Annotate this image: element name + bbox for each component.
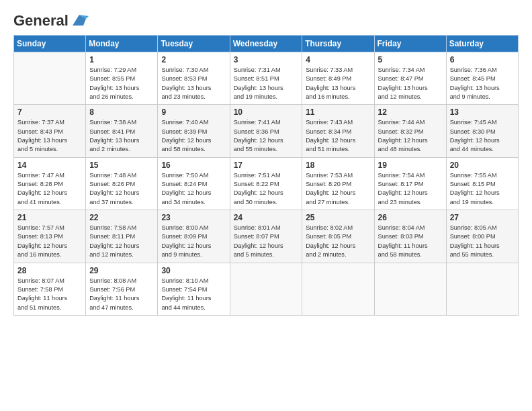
day-info: Sunrise: 7:33 AM Sunset: 8:49 PM Dayligh…: [306, 66, 370, 101]
calendar-cell: 16Sunrise: 7:50 AM Sunset: 8:24 PM Dayli…: [158, 157, 230, 210]
day-number: 18: [306, 161, 370, 170]
day-info: Sunrise: 7:47 AM Sunset: 8:28 PM Dayligh…: [17, 171, 82, 207]
calendar-cell: 30Sunrise: 8:10 AM Sunset: 7:54 PM Dayli…: [158, 263, 230, 315]
day-info: Sunrise: 7:51 AM Sunset: 8:22 PM Dayligh…: [234, 171, 299, 207]
calendar-cell: 12Sunrise: 7:44 AM Sunset: 8:32 PM Dayli…: [374, 105, 446, 157]
logo: General: [13, 12, 89, 27]
day-number: 25: [306, 213, 370, 222]
day-info: Sunrise: 8:02 AM Sunset: 8:05 PM Dayligh…: [306, 224, 370, 259]
logo-icon: [70, 13, 89, 28]
calendar-cell: 2Sunrise: 7:30 AM Sunset: 8:53 PM Daylig…: [158, 52, 230, 105]
day-number: 17: [234, 161, 299, 170]
day-info: Sunrise: 8:00 AM Sunset: 8:09 PM Dayligh…: [161, 224, 226, 259]
day-info: Sunrise: 7:43 AM Sunset: 8:34 PM Dayligh…: [306, 118, 370, 154]
calendar-cell: 8Sunrise: 7:38 AM Sunset: 8:41 PM Daylig…: [86, 105, 158, 157]
day-number: 1: [89, 55, 154, 64]
calendar-header-row: SundayMondayTuesdayWednesdayThursdayFrid…: [14, 36, 519, 52]
day-info: Sunrise: 8:05 AM Sunset: 8:00 PM Dayligh…: [450, 224, 515, 259]
calendar-cell: 25Sunrise: 8:02 AM Sunset: 8:05 PM Dayli…: [302, 210, 374, 263]
day-info: Sunrise: 7:36 AM Sunset: 8:45 PM Dayligh…: [450, 66, 515, 101]
day-info: Sunrise: 7:53 AM Sunset: 8:20 PM Dayligh…: [306, 171, 370, 207]
day-header-tuesday: Tuesday: [158, 36, 230, 52]
calendar-cell: 21Sunrise: 7:57 AM Sunset: 8:13 PM Dayli…: [14, 210, 86, 263]
day-number: 23: [161, 213, 226, 222]
calendar-cell: 24Sunrise: 8:01 AM Sunset: 8:07 PM Dayli…: [230, 210, 302, 263]
day-info: Sunrise: 7:57 AM Sunset: 8:13 PM Dayligh…: [17, 224, 82, 259]
day-number: 5: [378, 55, 443, 64]
day-number: 19: [378, 161, 443, 170]
day-number: 21: [17, 213, 82, 222]
day-header-thursday: Thursday: [302, 36, 374, 52]
calendar-cell: 6Sunrise: 7:36 AM Sunset: 8:45 PM Daylig…: [446, 52, 518, 105]
day-info: Sunrise: 7:34 AM Sunset: 8:47 PM Dayligh…: [378, 66, 443, 101]
calendar-cell: 18Sunrise: 7:53 AM Sunset: 8:20 PM Dayli…: [302, 157, 374, 210]
day-number: 22: [89, 213, 154, 222]
day-info: Sunrise: 7:58 AM Sunset: 8:11 PM Dayligh…: [89, 224, 154, 259]
day-number: 28: [17, 266, 82, 275]
calendar-cell: [446, 263, 518, 315]
calendar-cell: 17Sunrise: 7:51 AM Sunset: 8:22 PM Dayli…: [230, 157, 302, 210]
day-number: 10: [234, 107, 299, 117]
calendar-cell: 5Sunrise: 7:34 AM Sunset: 8:47 PM Daylig…: [374, 52, 446, 105]
calendar-cell: 3Sunrise: 7:31 AM Sunset: 8:51 PM Daylig…: [230, 52, 302, 105]
day-info: Sunrise: 8:04 AM Sunset: 8:03 PM Dayligh…: [378, 224, 443, 259]
day-number: 9: [161, 107, 226, 117]
calendar-cell: 27Sunrise: 8:05 AM Sunset: 8:00 PM Dayli…: [446, 210, 518, 263]
header: General: [13, 12, 519, 27]
calendar-cell: 22Sunrise: 7:58 AM Sunset: 8:11 PM Dayli…: [86, 210, 158, 263]
day-number: 6: [450, 55, 515, 64]
logo-general: General: [13, 12, 69, 30]
day-number: 7: [17, 107, 82, 117]
day-info: Sunrise: 8:01 AM Sunset: 8:07 PM Dayligh…: [234, 224, 299, 259]
day-info: Sunrise: 7:29 AM Sunset: 8:55 PM Dayligh…: [89, 66, 154, 101]
calendar-cell: 9Sunrise: 7:40 AM Sunset: 8:39 PM Daylig…: [158, 105, 230, 157]
calendar-cell: 23Sunrise: 8:00 AM Sunset: 8:09 PM Dayli…: [158, 210, 230, 263]
calendar-cell: 20Sunrise: 7:55 AM Sunset: 8:15 PM Dayli…: [446, 157, 518, 210]
calendar-cell: 19Sunrise: 7:54 AM Sunset: 8:17 PM Dayli…: [374, 157, 446, 210]
day-number: 8: [89, 107, 154, 117]
day-header-friday: Friday: [374, 36, 446, 52]
day-info: Sunrise: 7:41 AM Sunset: 8:36 PM Dayligh…: [234, 118, 299, 154]
day-info: Sunrise: 7:37 AM Sunset: 8:43 PM Dayligh…: [17, 118, 82, 154]
calendar-cell: [374, 263, 446, 315]
calendar-cell: 29Sunrise: 8:08 AM Sunset: 7:56 PM Dayli…: [86, 263, 158, 315]
calendar-cell: 15Sunrise: 7:48 AM Sunset: 8:26 PM Dayli…: [86, 157, 158, 210]
calendar-cell: 1Sunrise: 7:29 AM Sunset: 8:55 PM Daylig…: [86, 52, 158, 105]
day-number: 15: [89, 161, 154, 170]
calendar-cell: 26Sunrise: 8:04 AM Sunset: 8:03 PM Dayli…: [374, 210, 446, 263]
day-number: 24: [234, 213, 299, 222]
day-info: Sunrise: 7:44 AM Sunset: 8:32 PM Dayligh…: [378, 118, 443, 154]
day-number: 13: [450, 107, 515, 117]
calendar-table: SundayMondayTuesdayWednesdayThursdayFrid…: [13, 35, 519, 316]
day-info: Sunrise: 7:40 AM Sunset: 8:39 PM Dayligh…: [161, 118, 226, 154]
day-number: 29: [89, 266, 154, 275]
day-header-saturday: Saturday: [446, 36, 518, 52]
day-header-sunday: Sunday: [14, 36, 86, 52]
day-number: 2: [161, 55, 226, 64]
day-number: 4: [306, 55, 370, 64]
day-number: 27: [450, 213, 515, 222]
day-number: 11: [306, 107, 370, 117]
day-info: Sunrise: 8:07 AM Sunset: 7:58 PM Dayligh…: [17, 277, 82, 312]
calendar-cell: 28Sunrise: 8:07 AM Sunset: 7:58 PM Dayli…: [14, 263, 86, 315]
day-number: 16: [161, 161, 226, 170]
calendar-cell: 7Sunrise: 7:37 AM Sunset: 8:43 PM Daylig…: [14, 105, 86, 157]
page: General SundayMondayTuesdayWednesdayThur…: [0, 0, 532, 411]
calendar-cell: 14Sunrise: 7:47 AM Sunset: 8:28 PM Dayli…: [14, 157, 86, 210]
day-number: 30: [161, 266, 226, 275]
day-info: Sunrise: 7:54 AM Sunset: 8:17 PM Dayligh…: [378, 171, 443, 207]
day-number: 3: [234, 55, 299, 64]
day-info: Sunrise: 8:10 AM Sunset: 7:54 PM Dayligh…: [161, 277, 226, 312]
day-info: Sunrise: 8:08 AM Sunset: 7:56 PM Dayligh…: [89, 277, 154, 312]
day-info: Sunrise: 7:50 AM Sunset: 8:24 PM Dayligh…: [161, 171, 226, 207]
day-info: Sunrise: 7:45 AM Sunset: 8:30 PM Dayligh…: [450, 118, 515, 154]
day-header-monday: Monday: [86, 36, 158, 52]
day-info: Sunrise: 7:48 AM Sunset: 8:26 PM Dayligh…: [89, 171, 154, 207]
day-info: Sunrise: 7:30 AM Sunset: 8:53 PM Dayligh…: [161, 66, 226, 101]
day-info: Sunrise: 7:38 AM Sunset: 8:41 PM Dayligh…: [89, 118, 154, 154]
day-number: 14: [17, 161, 82, 170]
day-number: 26: [378, 213, 443, 222]
calendar-cell: 4Sunrise: 7:33 AM Sunset: 8:49 PM Daylig…: [302, 52, 374, 105]
calendar-cell: 11Sunrise: 7:43 AM Sunset: 8:34 PM Dayli…: [302, 105, 374, 157]
day-number: 20: [450, 161, 515, 170]
